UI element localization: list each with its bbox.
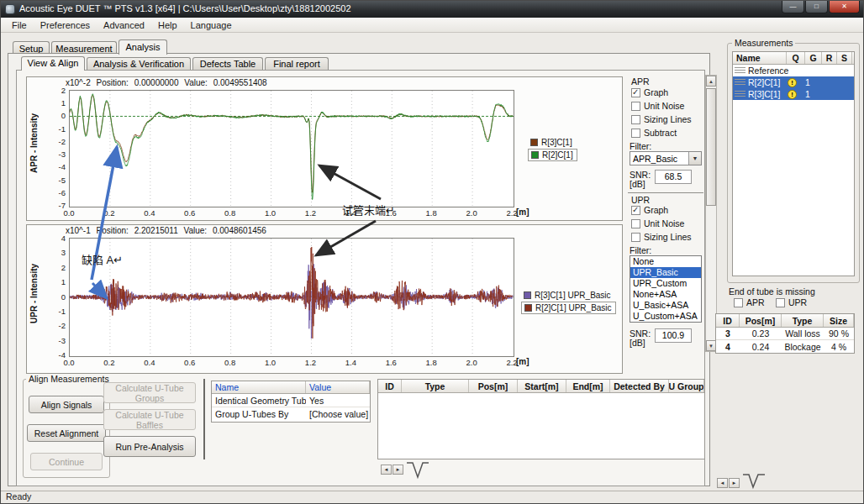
menu-help[interactable]: Help: [152, 19, 183, 31]
legend-entry[interactable]: R[2]C[1] UPR_Basic: [521, 302, 616, 314]
defect-row-3[interactable]: 3 0.23 Wall loss 90 %: [716, 328, 854, 340]
legend-entry[interactable]: R[2]C[1]: [528, 149, 577, 161]
upr-graph-checkbox[interactable]: ✓: [631, 206, 640, 215]
upr-waveform: [70, 239, 514, 356]
app-icon: [5, 4, 15, 14]
measurement-row-r2c1[interactable]: R[2]C[1] ! 1: [733, 76, 854, 88]
nav-left-icon[interactable]: ◄: [381, 465, 392, 475]
scroll-up-icon[interactable]: ▲: [706, 76, 716, 87]
col-r[interactable]: R: [822, 52, 837, 64]
filter-option-none[interactable]: None: [630, 256, 701, 267]
tab-analysis[interactable]: Analysis: [119, 39, 167, 55]
res-col-type[interactable]: Type: [402, 380, 469, 392]
calc-utube-baffles-button[interactable]: Calculate U-Tube Baffles: [103, 409, 196, 430]
close-button[interactable]: ✕: [829, 1, 860, 13]
nav-left-icon[interactable]: ◄: [717, 478, 728, 488]
upr-position-value: 2.20215011: [134, 226, 178, 235]
upr-plot-area[interactable]: [69, 238, 514, 357]
property-row[interactable]: Group U-Tubes By [Choose value]: [212, 407, 370, 421]
apr-plot-area[interactable]: [69, 90, 514, 207]
filter-option-upr-custom[interactable]: UPR_Custom: [630, 278, 701, 289]
x-tick-label: 1.0: [261, 208, 281, 218]
apr-y-axis-label: APR - Intensity: [28, 77, 40, 208]
prop-col-value[interactable]: Value: [306, 381, 370, 393]
res-col-u-group[interactable]: U Group: [669, 380, 704, 392]
x-tick-label: 0.8: [220, 208, 240, 218]
eot-apr-checkbox[interactable]: ✓: [734, 298, 743, 307]
x-tick-label: 0.6: [180, 358, 200, 367]
measurement-icon: [735, 67, 745, 74]
calc-utube-groups-button[interactable]: Calculate U-Tube Groups: [103, 382, 196, 403]
legend-entry[interactable]: R[3]C[1] UPR_Basic: [521, 289, 616, 302]
notch-icon: [742, 473, 766, 490]
end-of-tube-label: End of tube is missing: [729, 286, 815, 297]
tab-final-report[interactable]: Final report: [265, 57, 329, 70]
continue-button[interactable]: Continue: [30, 453, 103, 470]
run-pre-analysis-button[interactable]: Run Pre-Analysis: [103, 436, 196, 457]
prop-value[interactable]: [Choose value]: [306, 409, 370, 419]
res-col-start[interactable]: Start[m]: [518, 380, 566, 392]
apr-sizing-lines-checkbox[interactable]: ✓: [631, 115, 640, 124]
eot-upr-checkbox[interactable]: ✓: [776, 298, 785, 307]
x-tick-label: 0.6: [180, 208, 200, 218]
col-q[interactable]: Q: [787, 52, 805, 64]
col-s[interactable]: S: [837, 52, 852, 64]
menu-preferences[interactable]: Preferences: [34, 19, 96, 31]
apr-snr-unit: [dB]: [630, 179, 645, 189]
upr-chart: x10^-1 Position: 2.20215011 Value: 0.004…: [26, 224, 623, 374]
menu-file[interactable]: File: [6, 19, 33, 31]
col-pos[interactable]: Pos[m]: [740, 314, 782, 327]
x-tick-label: 1.2: [300, 358, 320, 367]
upr-unit-noise-checkbox[interactable]: ✓: [631, 219, 640, 228]
y-tick-label: -4: [47, 162, 66, 171]
col-size[interactable]: Size: [824, 314, 854, 327]
apr-subtract-checkbox[interactable]: ✓: [631, 129, 640, 138]
nav-right-icon[interactable]: ►: [729, 478, 740, 488]
res-col-end[interactable]: End[m]: [566, 380, 610, 392]
reset-alignment-button[interactable]: Reset Alignment: [27, 424, 106, 442]
upr-filter-listbox[interactable]: None UPR_Basic UPR_Custom None+ASA U_Bas…: [630, 255, 702, 323]
title-bar[interactable]: Acoustic Eye DUET ™ PTS v1.3 [x64] | C:\…: [1, 1, 863, 18]
filter-option-ubasic-asa[interactable]: U_Basic+ASA: [630, 300, 701, 311]
legend-entry[interactable]: R[3]C[1]: [528, 136, 577, 149]
vertical-splitter[interactable]: [203, 379, 205, 459]
prop-col-name[interactable]: Name: [212, 381, 306, 393]
measurement-icon: [735, 79, 745, 86]
defect-id: 3: [716, 328, 740, 339]
menu-language[interactable]: Language: [185, 19, 238, 31]
defect-row-4[interactable]: 4 0.24 Blockage 4 %: [716, 340, 854, 353]
nav-right-icon[interactable]: ►: [392, 465, 403, 475]
tab-analysis-verification[interactable]: Analysis & Verification: [87, 57, 191, 70]
tab-defects-table[interactable]: Defects Table: [192, 57, 263, 70]
maximize-button[interactable]: □: [805, 1, 828, 13]
scrollbar-thumb[interactable]: [706, 88, 716, 206]
align-signals-button[interactable]: Align Signals: [29, 396, 104, 413]
filter-option-none-asa[interactable]: None+ASA: [630, 289, 701, 300]
res-col-detected-by[interactable]: Detected By: [610, 380, 669, 392]
apr-unit-noise-checkbox[interactable]: ✓: [631, 102, 640, 111]
col-type[interactable]: Type: [782, 314, 824, 327]
property-row[interactable]: Identical Geometry Tubes Yes: [212, 394, 370, 407]
x-tick-label: 2.2: [502, 208, 522, 218]
col-name[interactable]: Name: [733, 52, 787, 64]
col-g[interactable]: G: [805, 52, 822, 64]
minimize-button[interactable]: —: [782, 1, 804, 13]
measurement-row-r3c1[interactable]: R[3]C[1] ! 1: [733, 88, 854, 100]
measurement-name: R[2]C[1]: [748, 77, 788, 87]
upr-sizing-lines-checkbox[interactable]: ✓: [631, 233, 640, 242]
apr-graph-checkbox[interactable]: ✓: [631, 88, 640, 97]
apr-filter-dropdown[interactable]: APR_Basic ▼: [630, 151, 702, 165]
measurement-row-reference[interactable]: Reference: [733, 65, 854, 76]
res-col-id[interactable]: ID: [378, 380, 402, 392]
y-tick-label: 1: [47, 277, 66, 286]
filter-option-upr-basic[interactable]: UPR_Basic: [630, 267, 701, 278]
prop-value[interactable]: Yes: [306, 396, 370, 406]
dropdown-arrow-icon[interactable]: ▼: [688, 152, 701, 165]
col-id[interactable]: ID: [716, 314, 740, 327]
tab-view-align[interactable]: View & Align: [21, 56, 85, 71]
res-col-pos[interactable]: Pos[m]: [469, 380, 518, 392]
menu-advanced[interactable]: Advanced: [97, 19, 150, 31]
filter-option-ucustom-asa[interactable]: U_Custom+ASA: [630, 311, 701, 322]
side-panel-scrollbar[interactable]: ▲ ▼: [705, 75, 717, 352]
y-tick-label: 3: [47, 248, 66, 257]
